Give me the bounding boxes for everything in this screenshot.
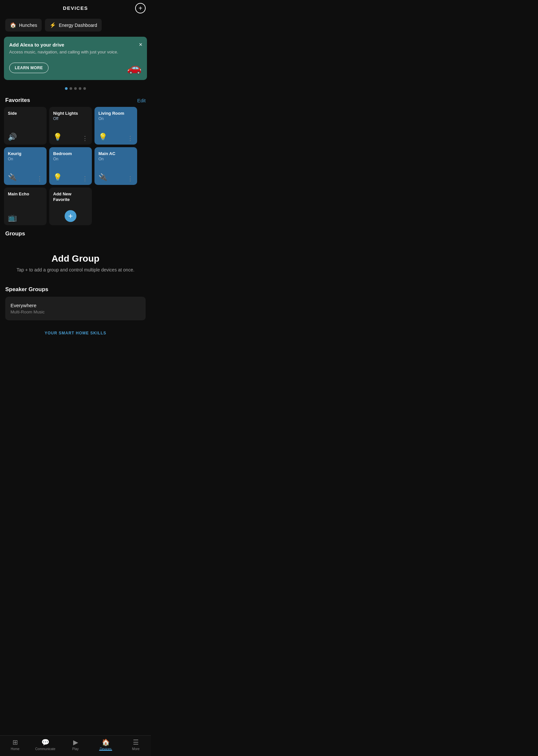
- dot-4[interactable]: [79, 87, 81, 90]
- add-group-area: Add Group Tap + to add a group and contr…: [5, 247, 146, 282]
- fav-bottom-main-echo: 📺: [8, 213, 43, 222]
- bulb-icon-living: 💡: [98, 133, 107, 141]
- car-icon: 🚗: [127, 61, 142, 75]
- favorite-main-echo[interactable]: Main Echo 📺: [4, 188, 47, 225]
- fav-label-night-lights: Night Lights Off: [53, 111, 88, 121]
- fav-label-bedroom: Bedroom On: [53, 151, 88, 161]
- bulb-icon-night: 💡: [53, 133, 62, 141]
- echo-icon: 📺: [8, 213, 17, 222]
- banner-close-button[interactable]: ×: [139, 41, 142, 48]
- banner-subtitle: Access music, navigation, and calling wi…: [9, 50, 142, 54]
- fav-label-main-echo: Main Echo: [8, 191, 43, 197]
- more-options-living-room[interactable]: ⋮: [127, 135, 133, 141]
- favorites-title: Favorites: [5, 97, 30, 104]
- dot-2[interactable]: [70, 87, 72, 90]
- header: DEVICES +: [0, 0, 151, 16]
- home-icon: 🏠: [10, 22, 17, 28]
- learn-more-button[interactable]: LEARN MORE: [9, 63, 49, 73]
- plus-icon: +: [138, 5, 142, 12]
- bulb-icon-bedroom: 💡: [53, 173, 62, 182]
- speaker-groups-section: Speaker Groups Everywhere Multi-Room Mus…: [0, 285, 151, 324]
- fav-label-living-room: Living Room On: [98, 111, 133, 121]
- everywhere-card[interactable]: Everywhere Multi-Room Music: [5, 297, 146, 320]
- favorite-living-room[interactable]: Living Room On 💡 ⋮: [94, 107, 137, 145]
- alexa-drive-banner: × Add Alexa to your drive Access music, …: [4, 37, 147, 80]
- add-favorite-label: Add New Favorite: [53, 191, 88, 203]
- speaker-name: Everywhere: [11, 303, 140, 308]
- banner-footer: LEARN MORE 🚗: [9, 61, 142, 75]
- fav-bottom-living-room: 💡 ⋮: [98, 133, 133, 141]
- bottom-spacer: [0, 339, 151, 365]
- add-group-subtitle: Tap + to add a group and control multipl…: [5, 267, 146, 272]
- energy-dashboard-button[interactable]: ⚡ Energy Dashboard: [45, 19, 102, 31]
- energy-label: Energy Dashboard: [59, 23, 97, 28]
- more-options-main-ac[interactable]: ⋮: [127, 176, 133, 182]
- top-buttons: 🏠 Hunches ⚡ Energy Dashboard: [0, 16, 151, 37]
- speaker-icon: 🔊: [8, 133, 17, 141]
- speaker-subtitle: Multi-Room Music: [11, 309, 140, 314]
- add-new-favorite-card[interactable]: Add New Favorite +: [49, 188, 92, 225]
- banner-dots: [0, 84, 151, 94]
- favorites-section-header: Favorites Edit: [0, 94, 151, 107]
- more-options-keurig[interactable]: ⋮: [37, 176, 43, 182]
- hunches-button[interactable]: 🏠 Hunches: [5, 19, 42, 31]
- plug-icon-ac: 🔌: [98, 173, 107, 182]
- plug-icon-keurig: 🔌: [8, 173, 17, 182]
- skills-section: YOUR SMART HOME SKILLS: [0, 324, 151, 339]
- favorite-bedroom[interactable]: Bedroom On 💡 ⋮: [49, 147, 92, 185]
- fav-bottom-bedroom: 💡 ⋮: [53, 173, 88, 182]
- fav-bottom-keurig: 🔌 ⋮: [8, 173, 43, 182]
- add-circle-wrapper: +: [53, 208, 88, 222]
- groups-title: Groups: [5, 230, 146, 237]
- hunches-label: Hunches: [19, 23, 37, 28]
- add-group-title: Add Group: [5, 254, 146, 264]
- fav-bottom-side: 🔊: [8, 133, 43, 141]
- page-title: DEVICES: [63, 5, 88, 11]
- fav-label-side: Side: [8, 111, 43, 117]
- add-device-button[interactable]: +: [135, 3, 146, 14]
- fav-label-keurig: Keurig On: [8, 151, 43, 161]
- dot-3[interactable]: [74, 87, 77, 90]
- banner-title: Add Alexa to your drive: [9, 42, 142, 48]
- dot-1[interactable]: [65, 87, 68, 90]
- energy-icon: ⚡: [50, 22, 56, 28]
- favorite-main-ac[interactable]: Main AC On 🔌 ⋮: [94, 147, 137, 185]
- favorite-keurig[interactable]: Keurig On 🔌 ⋮: [4, 147, 47, 185]
- speaker-groups-title: Speaker Groups: [5, 286, 146, 293]
- fav-label-main-ac: Main AC On: [98, 151, 133, 161]
- groups-section: Groups Add Group Tap + to add a group an…: [0, 229, 151, 285]
- favorites-grid: Side 🔊 Night Lights Off 💡 ⋮ Living Room …: [0, 107, 151, 229]
- fav-bottom-main-ac: 🔌 ⋮: [98, 173, 133, 182]
- more-options-bedroom[interactable]: ⋮: [82, 176, 88, 182]
- fav-bottom-night-lights: 💡 ⋮: [53, 133, 88, 141]
- favorite-side[interactable]: Side 🔊: [4, 107, 47, 145]
- favorite-night-lights[interactable]: Night Lights Off 💡 ⋮: [49, 107, 92, 145]
- add-circle-button[interactable]: +: [65, 210, 77, 222]
- skills-label: YOUR SMART HOME SKILLS: [0, 331, 151, 335]
- favorites-edit-button[interactable]: Edit: [137, 98, 146, 103]
- more-options-night-lights[interactable]: ⋮: [82, 135, 88, 141]
- dot-5[interactable]: [83, 87, 86, 90]
- add-favorite-inner: Add New Favorite +: [53, 191, 88, 222]
